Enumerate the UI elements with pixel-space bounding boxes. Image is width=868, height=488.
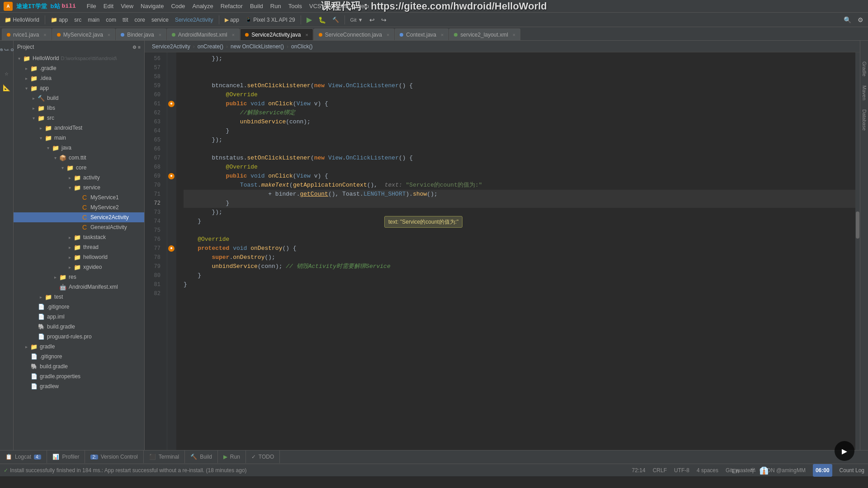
scroll-thumb[interactable] xyxy=(856,211,859,239)
tree-service2activity[interactable]: C Service2Activity xyxy=(14,212,144,222)
tab-androidmanifest[interactable]: AndroidManifest.xml × xyxy=(167,28,240,40)
code-area[interactable]: 56 57 58 59 60 61 62 63 64 65 66 67 68 6… xyxy=(145,52,860,450)
tree-appiml[interactable]: 📄 app.iml xyxy=(14,312,144,322)
git-button[interactable]: Git ▼ xyxy=(348,14,366,26)
gradle-panel-btn[interactable]: Gradle xyxy=(861,59,868,79)
database-panel-btn[interactable]: Database xyxy=(861,107,868,133)
toolbar-com-btn[interactable]: com xyxy=(103,14,119,26)
tree-thread[interactable]: ▸ 📁 thread xyxy=(14,242,144,252)
breadcrumb-new-listener[interactable]: new OnClickListener() xyxy=(231,43,284,50)
code-content[interactable]: }); btncancel.setOnClickListener(new Vie… xyxy=(176,52,855,450)
indent-status[interactable]: 4 spaces xyxy=(697,467,718,474)
encoding-status[interactable]: UTF-8 xyxy=(674,467,689,474)
tree-java[interactable]: ▾ 📁 java xyxy=(14,143,144,153)
tab-close-layout[interactable]: × xyxy=(513,32,515,38)
build-tab[interactable]: 🔨 Build xyxy=(185,450,218,463)
tree-app[interactable]: ▾ 📁 app xyxy=(14,83,144,93)
toolbar-device-btn[interactable]: 📱 Pixel 3 XL API 29 xyxy=(243,14,298,26)
tree-src[interactable]: ▾ 📁 src xyxy=(14,113,144,123)
toolbar-app-btn[interactable]: 📁 app xyxy=(48,14,71,26)
lang-cn-num[interactable]: 半 xyxy=(750,467,756,475)
tree-taskstack[interactable]: ▸ 📁 taskstack xyxy=(14,232,144,242)
menu-tools[interactable]: Tools xyxy=(285,0,306,12)
tab-context[interactable]: Context.java × xyxy=(395,28,448,40)
tab-close-context[interactable]: × xyxy=(441,32,443,38)
terminal-tab[interactable]: ⬛ Terminal xyxy=(144,450,185,463)
tree-service[interactable]: ▾ 📁 service xyxy=(14,183,144,192)
tree-gradle1[interactable]: ▸ 📁 .gradle xyxy=(14,63,144,73)
tab-binder[interactable]: Binder.java × xyxy=(116,28,166,40)
run-tab[interactable]: ▶ Run xyxy=(218,450,246,463)
menu-view[interactable]: View xyxy=(117,0,137,12)
tab-close-service2activity[interactable]: × xyxy=(305,32,308,38)
gutter-77[interactable]: ● xyxy=(167,244,176,253)
toolbar-service-btn[interactable]: service xyxy=(149,14,171,26)
log-btn[interactable]: Count Log xyxy=(840,467,864,474)
tab-close-binder[interactable]: × xyxy=(159,32,161,38)
menu-edit[interactable]: Edit xyxy=(100,0,117,12)
toolbar-src-btn[interactable]: src xyxy=(71,14,84,26)
tab-rvice1[interactable]: rvice1.java × xyxy=(2,28,52,40)
gutter-69[interactable]: ● xyxy=(167,172,176,181)
maven-panel-btn[interactable]: Maven xyxy=(861,83,868,103)
toolbar-undo[interactable]: ↩ xyxy=(367,14,377,26)
line-sep-status[interactable]: CRLF xyxy=(653,467,667,474)
tree-buildgradle2[interactable]: 🐘 build.gradle xyxy=(14,361,144,371)
lang-en[interactable]: En xyxy=(732,468,739,474)
gutter-61[interactable]: ● xyxy=(167,99,176,108)
structure-icon-btn[interactable]: 📐 xyxy=(1,82,12,93)
todo-tab[interactable]: ✓ TODO xyxy=(246,450,280,463)
tree-androidmanifest[interactable]: 🤖 AndroidManifest.xml xyxy=(14,282,144,292)
tab-close-manifest[interactable]: × xyxy=(232,32,235,38)
tab-close-serviceconn[interactable]: × xyxy=(387,32,389,38)
tree-core[interactable]: ▾ 📁 core xyxy=(14,163,144,173)
tree-myservice2[interactable]: C MyService2 xyxy=(14,202,144,212)
media-play-button[interactable]: ▶ xyxy=(835,441,854,461)
line-col-status[interactable]: 72:14 xyxy=(632,467,646,474)
toolbar-config-btn[interactable]: ▶ app xyxy=(222,14,242,26)
tree-libs[interactable]: ▸ 📁 libs xyxy=(14,103,144,113)
toolbar-core-btn[interactable]: core xyxy=(132,14,148,26)
toolbar-main-btn[interactable]: main xyxy=(85,14,102,26)
search-everywhere-btn[interactable]: 🔍 xyxy=(841,14,854,26)
menu-build[interactable]: Build xyxy=(246,0,267,12)
breadcrumb-service2activity[interactable]: Service2Activity xyxy=(152,43,190,50)
tree-gradleprops[interactable]: 📄 gradle.properties xyxy=(14,371,144,381)
menu-run[interactable]: Run xyxy=(267,0,285,12)
tree-generalactivity[interactable]: C GeneralActivity xyxy=(14,222,144,232)
tree-myservice1[interactable]: C MyService1 xyxy=(14,192,144,202)
project-icon-btn[interactable]: Project xyxy=(1,44,12,55)
sidebar-gear[interactable]: ⚙ ≡ xyxy=(132,45,141,50)
tree-main[interactable]: ▾ 📁 main xyxy=(14,133,144,143)
tab-service2layout[interactable]: service2_layout.xml × xyxy=(449,28,520,40)
tree-build[interactable]: ▸ 🔨 build xyxy=(14,93,144,103)
tree-res[interactable]: ▸ 📁 res xyxy=(14,272,144,282)
tree-gradlew[interactable]: 📄 gradlew xyxy=(14,381,144,391)
tab-close-myservice2[interactable]: × xyxy=(108,32,110,38)
run-button[interactable]: ▶ xyxy=(304,14,315,26)
menu-analyze[interactable]: Analyze xyxy=(189,0,217,12)
tab-myservice2[interactable]: MyService2.java × xyxy=(52,28,115,40)
lang-icon[interactable]: 👔 xyxy=(760,466,769,475)
tree-xgvideo[interactable]: ▸ 📁 xgvideo xyxy=(14,262,144,272)
tree-gradle2[interactable]: ▸ 📁 gradle xyxy=(14,342,144,352)
editor-scrollbar[interactable] xyxy=(855,52,860,450)
toolbar-project-btn[interactable]: 📁 HelloWorld xyxy=(2,14,42,26)
tree-gitignore2[interactable]: 📄 .gitignore xyxy=(14,352,144,361)
breakpoint-77[interactable]: ● xyxy=(168,245,175,252)
menu-file[interactable]: File xyxy=(83,0,100,12)
version-control-tab[interactable]: 2: Version Control xyxy=(85,450,143,463)
tree-activity[interactable]: ▸ 📁 activity xyxy=(14,173,144,183)
tab-service2activity[interactable]: Service2Activity.java × xyxy=(240,28,313,40)
toolbar-active-file-btn[interactable]: Service2Activity xyxy=(172,14,216,26)
toolbar-ttit-btn[interactable]: ttit xyxy=(120,14,131,26)
breadcrumb-onclick[interactable]: onClick() xyxy=(291,43,312,50)
tree-test[interactable]: ▸ 📁 test xyxy=(14,292,144,302)
tree-helloworld2[interactable]: ▸ 📁 helloworld xyxy=(14,252,144,262)
tree-idea[interactable]: ▸ 📁 .idea xyxy=(14,73,144,83)
logcat-tab[interactable]: 📋 Logcat 4: xyxy=(0,450,47,463)
tree-comttit[interactable]: ▾ 📦 com.ttit xyxy=(14,153,144,163)
breakpoint-61[interactable]: ● xyxy=(168,101,175,107)
menu-code[interactable]: Code xyxy=(167,0,189,12)
favorites-icon-btn[interactable]: ☆ xyxy=(1,68,12,79)
